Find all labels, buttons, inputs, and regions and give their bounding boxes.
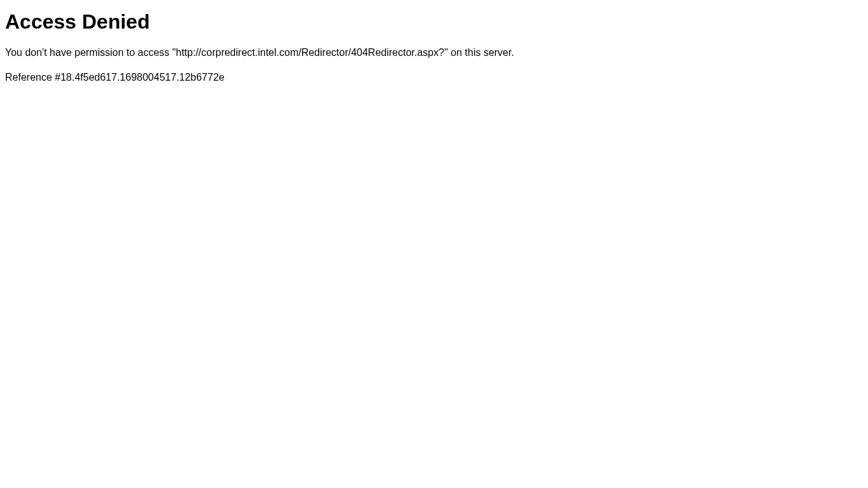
page-title: Access Denied (5, 5, 863, 34)
error-message: You don't have permission to access "htt… (5, 46, 863, 60)
error-reference: Reference #18.4f5ed617.1698004517.12b677… (5, 71, 863, 85)
